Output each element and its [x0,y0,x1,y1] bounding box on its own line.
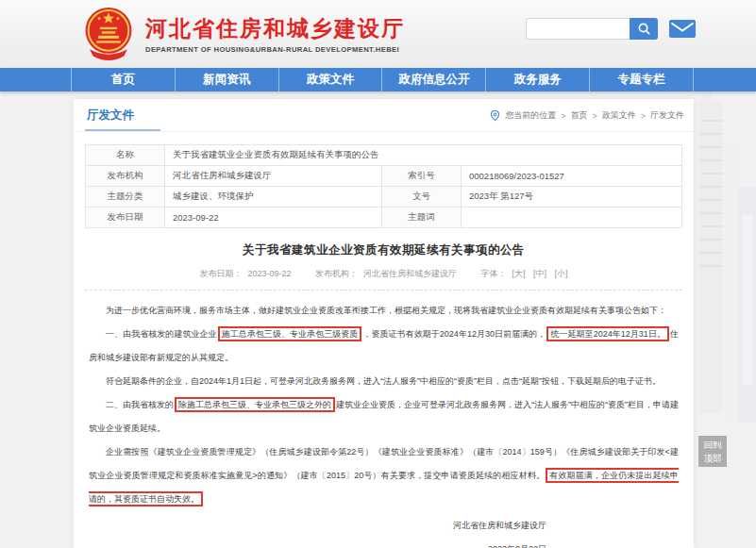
breadcrumb-label: 您当前的位置 [505,109,556,122]
city-skyline-watermark [694,92,756,451]
publish-date: 2023-09-22 [247,269,291,278]
publisher: 河北省住房和城乡建设厅 [363,269,457,278]
main-nav: 首页 新闻资讯 政策文件 政府信息公开 政务服务 专题专栏 [0,68,756,91]
field-label-publisher: 发布机构 [86,166,165,187]
location-pin-icon [490,109,500,122]
field-value-name: 关于我省建筑业企业资质有效期延续有关事项的公告 [165,145,682,166]
document-title: 关于我省建筑业企业资质有效期延续有关事项的公告 [74,242,694,258]
search-bar [526,18,658,40]
back-to-top-button[interactable]: 回到顶部 [698,436,727,467]
paragraph-requirements: 企业需按照《建筑业企业资质管理规定》（住房城乡建设部令第22号）《建筑业企业资质… [89,440,679,511]
document-info-table: 名称 关于我省建筑业企业资质有效期延续有关事项的公告 发布机构 河北省住房和城乡… [85,144,682,228]
publisher-label: 发布机构： [315,269,358,278]
field-value-date: 2023-09-22 [165,208,382,228]
red-annotation-box: 施工总承包三级、专业承包三级资质 [218,326,362,341]
breadcrumb-policy[interactable]: 政策文件 [602,109,636,122]
site-header: 河北省住房和城乡建设厅 DEPARTMENT OF HOUSING&URBAN-… [0,0,756,68]
breadcrumb: 您当前的位置 > 首页 > 政策文件 > 厅发文件 [490,109,684,122]
tab-dept-documents[interactable]: 厅发文件 [87,108,134,124]
font-size-medium-button[interactable]: [中] [533,269,546,278]
text-segment: 一、由我省核发的建筑业企业 [106,329,217,339]
field-label-name: 名称 [86,145,165,166]
breadcrumb-home[interactable]: 首页 [570,109,587,122]
field-label-keywords: 主题词 [382,208,462,228]
nav-item-home[interactable]: 首页 [71,68,175,91]
table-row: 发布日期 2023-09-22 主题词 [86,208,682,228]
search-input[interactable] [526,18,630,40]
site-subtitle: DEPARTMENT OF HOUSING&URBAN-RURAL DEVELO… [145,45,405,54]
text-segment: 为进一步优化营商环境，服务市场主体，做好建筑业企业资质改革衔接工作，根据相关规定… [106,306,666,315]
site-brand[interactable]: 河北省住房和城乡建设厅 DEPARTMENT OF HOUSING&URBAN-… [81,5,405,63]
nav-item-topics[interactable]: 专题专栏 [589,68,694,91]
red-annotation-box: 统一延期至2024年12月31日。 [546,326,669,341]
breadcrumb-current: 厅发文件 [650,109,684,122]
publish-date-label: 发布日期： [199,269,242,278]
field-value-index: 000218069/2023-01527 [462,166,682,187]
section-header: 厅发文件 您当前的位置 > 首页 > 政策文件 > 厅发文件 [74,99,694,132]
signature-date: 2023年9月22日 [89,538,679,548]
table-row: 主题分类 城乡建设、环境保护 文号 2023年 第127号 [86,187,682,208]
paragraph-renewal-steps: 符合延期条件的企业，自2024年1月1日起，可登录河北政务服务网，进入“法人服务… [89,370,679,393]
search-button[interactable] [630,18,658,40]
font-size-small-button[interactable]: [小] [555,269,568,278]
font-size-label: 字体： [481,269,507,278]
text-segment: 二、由我省核发的 [106,400,174,409]
nav-item-gov-info[interactable]: 政府信息公开 [381,68,485,91]
paragraph-item-2: 二、由我省核发的除施工总承包三级、专业承包三级之外的建筑业企业资质，企业可登录河… [89,393,679,440]
text-segment: 符合延期条件的企业，自2024年1月1日起，可登录河北政务服务网，进入“法人服务… [106,376,661,386]
site-title: 河北省住房和城乡建设厅 [145,14,405,42]
red-annotation-box: 除施工总承包三级、专业承包三级之外的 [175,397,335,412]
signature-org: 河北省住房和城乡建设厅 [89,514,679,538]
search-icon [637,22,651,36]
mail-button[interactable] [669,20,696,38]
field-label-doc-number: 文号 [382,187,462,208]
field-label-index: 索引号 [382,166,462,187]
breadcrumb-separator: > [641,111,646,121]
divider [85,290,682,291]
field-value-keywords [462,208,682,228]
national-emblem-logo [81,5,136,63]
field-label-category: 主题分类 [86,187,165,208]
breadcrumb-separator: > [561,111,565,121]
text-segment: ，资质证书有效期于2024年12月30日前届满的， [362,329,546,339]
nav-item-news[interactable]: 新闻资讯 [175,68,278,91]
field-value-publisher: 河北省住房和城乡建设厅 [165,166,382,187]
table-row: 发布机构 河北省住房和城乡建设厅 索引号 000218069/2023-0152… [86,166,682,187]
mail-icon [669,20,696,38]
table-row: 名称 关于我省建筑业企业资质有效期延续有关事项的公告 [86,145,682,166]
field-value-category: 城乡建设、环境保护 [165,187,382,208]
document-body: 为进一步优化营商环境，服务市场主体，做好建筑业企业资质改革衔接工作，根据相关规定… [89,299,679,548]
nav-item-policy[interactable]: 政策文件 [278,68,382,91]
breadcrumb-separator: > [592,111,596,121]
document-meta: 发布日期：2023-09-22 发布机构：河北省住房和城乡建设厅 字体：[大] … [74,268,694,280]
content-card: 厅发文件 您当前的位置 > 首页 > 政策文件 > 厅发文件 名称 关于我省建筑… [74,99,694,548]
paragraph-item-1: 一、由我省核发的建筑业企业施工总承包三级、专业承包三级资质，资质证书有效期于20… [89,323,679,370]
nav-item-services[interactable]: 政务服务 [485,68,589,91]
paragraph-intro: 为进一步优化营商环境，服务市场主体，做好建筑业企业资质改革衔接工作，根据相关规定… [89,299,679,323]
field-label-date: 发布日期 [86,208,165,228]
page: 河北省住房和城乡建设厅 DEPARTMENT OF HOUSING&URBAN-… [0,0,756,548]
font-size-large-button[interactable]: [大] [512,269,526,278]
field-value-doc-number: 2023年 第127号 [462,187,682,208]
